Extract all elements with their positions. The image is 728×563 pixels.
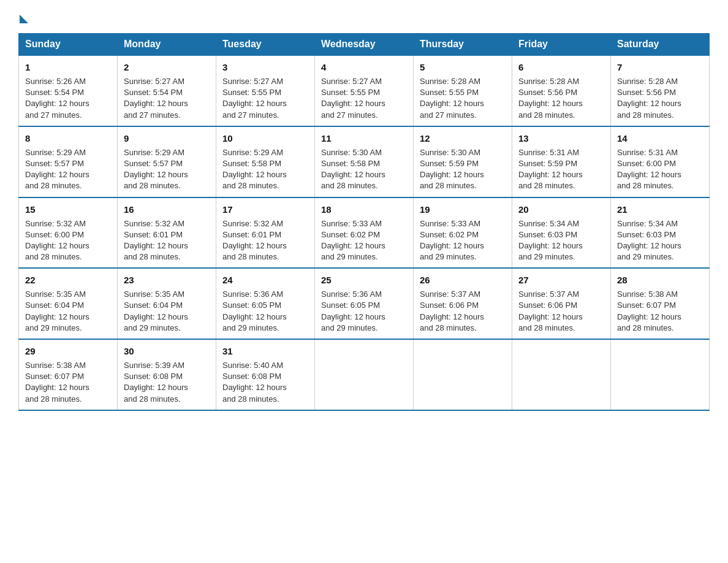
daylight-label: Daylight: 12 hours bbox=[124, 383, 188, 392]
daylight-label: Daylight: 12 hours bbox=[420, 241, 484, 250]
daylight-label: Daylight: 12 hours bbox=[617, 99, 681, 108]
sunrise-label: Sunrise: 5:29 AM bbox=[222, 148, 283, 157]
daylight-minutes: and 28 minutes. bbox=[222, 394, 279, 404]
sunset-label: Sunset: 5:55 PM bbox=[222, 88, 281, 97]
sunset-label: Sunset: 5:59 PM bbox=[420, 159, 479, 168]
daylight-label: Daylight: 12 hours bbox=[321, 312, 385, 321]
daylight-minutes: and 29 minutes. bbox=[222, 323, 279, 332]
daylight-label: Daylight: 12 hours bbox=[617, 312, 681, 321]
calendar-day-cell: 29 Sunrise: 5:38 AM Sunset: 6:07 PM Dayl… bbox=[19, 339, 118, 410]
daylight-minutes: and 27 minutes. bbox=[25, 110, 82, 120]
sunset-label: Sunset: 6:07 PM bbox=[25, 372, 84, 381]
daylight-minutes: and 29 minutes. bbox=[321, 252, 378, 261]
daylight-minutes: and 27 minutes. bbox=[420, 110, 477, 120]
sunrise-label: Sunrise: 5:27 AM bbox=[124, 77, 184, 86]
sunset-label: Sunset: 6:03 PM bbox=[518, 230, 577, 239]
calendar-day-cell bbox=[611, 339, 710, 410]
sunrise-label: Sunrise: 5:28 AM bbox=[420, 77, 480, 86]
calendar-day-cell: 18 Sunrise: 5:33 AM Sunset: 6:02 PM Dayl… bbox=[315, 197, 414, 269]
sunset-label: Sunset: 6:01 PM bbox=[222, 230, 281, 239]
daylight-minutes: and 28 minutes. bbox=[124, 181, 181, 190]
day-number: 21 bbox=[617, 203, 703, 216]
calendar-header-monday: Monday bbox=[118, 34, 216, 56]
sunset-label: Sunset: 5:57 PM bbox=[124, 159, 183, 168]
sunset-label: Sunset: 6:05 PM bbox=[321, 301, 380, 310]
calendar-week-row: 22 Sunrise: 5:35 AM Sunset: 6:04 PM Dayl… bbox=[19, 268, 710, 339]
day-number: 26 bbox=[420, 274, 506, 286]
daylight-label: Daylight: 12 hours bbox=[518, 241, 583, 250]
sunset-label: Sunset: 6:05 PM bbox=[222, 301, 281, 310]
day-number: 27 bbox=[518, 274, 604, 286]
daylight-minutes: and 27 minutes. bbox=[124, 110, 181, 120]
day-number: 12 bbox=[420, 132, 506, 145]
day-number: 24 bbox=[222, 274, 308, 286]
daylight-label: Daylight: 12 hours bbox=[321, 241, 385, 250]
day-number: 7 bbox=[617, 61, 703, 74]
sunset-label: Sunset: 6:08 PM bbox=[124, 372, 183, 381]
sunrise-label: Sunrise: 5:33 AM bbox=[420, 219, 480, 228]
calendar-header-thursday: Thursday bbox=[414, 34, 512, 56]
daylight-label: Daylight: 12 hours bbox=[124, 312, 188, 321]
sunset-label: Sunset: 5:59 PM bbox=[518, 159, 577, 168]
sunset-label: Sunset: 5:58 PM bbox=[222, 159, 281, 168]
daylight-label: Daylight: 12 hours bbox=[25, 312, 89, 321]
day-number: 10 bbox=[222, 132, 308, 145]
calendar-week-row: 29 Sunrise: 5:38 AM Sunset: 6:07 PM Dayl… bbox=[19, 339, 710, 410]
calendar-day-cell: 11 Sunrise: 5:30 AM Sunset: 5:58 PM Dayl… bbox=[315, 126, 414, 197]
calendar-header-saturday: Saturday bbox=[611, 34, 710, 56]
day-number: 13 bbox=[518, 132, 604, 145]
sunset-label: Sunset: 5:56 PM bbox=[518, 88, 577, 97]
sunset-label: Sunset: 6:04 PM bbox=[124, 301, 183, 310]
daylight-minutes: and 28 minutes. bbox=[518, 181, 575, 190]
calendar-week-row: 8 Sunrise: 5:29 AM Sunset: 5:57 PM Dayli… bbox=[19, 126, 710, 197]
sunrise-label: Sunrise: 5:38 AM bbox=[25, 361, 86, 370]
day-number: 1 bbox=[25, 61, 111, 74]
calendar-week-row: 15 Sunrise: 5:32 AM Sunset: 6:00 PM Dayl… bbox=[19, 197, 710, 269]
sunrise-label: Sunrise: 5:38 AM bbox=[617, 289, 678, 299]
sunrise-label: Sunrise: 5:31 AM bbox=[617, 148, 678, 157]
daylight-minutes: and 28 minutes. bbox=[124, 252, 181, 261]
daylight-label: Daylight: 12 hours bbox=[222, 241, 287, 250]
calendar-day-cell: 20 Sunrise: 5:34 AM Sunset: 6:03 PM Dayl… bbox=[512, 197, 611, 269]
day-number: 11 bbox=[321, 132, 407, 145]
daylight-label: Daylight: 12 hours bbox=[25, 241, 89, 250]
sunrise-label: Sunrise: 5:34 AM bbox=[617, 219, 678, 228]
daylight-minutes: and 28 minutes. bbox=[222, 181, 279, 190]
sunset-label: Sunset: 5:55 PM bbox=[321, 88, 380, 97]
calendar-day-cell: 21 Sunrise: 5:34 AM Sunset: 6:03 PM Dayl… bbox=[611, 197, 710, 269]
sunrise-label: Sunrise: 5:35 AM bbox=[124, 289, 184, 299]
daylight-minutes: and 29 minutes. bbox=[518, 252, 575, 261]
sunrise-label: Sunrise: 5:28 AM bbox=[617, 77, 678, 86]
calendar-day-cell: 8 Sunrise: 5:29 AM Sunset: 5:57 PM Dayli… bbox=[19, 126, 118, 197]
daylight-label: Daylight: 12 hours bbox=[617, 170, 681, 179]
calendar-header-friday: Friday bbox=[512, 34, 611, 56]
daylight-minutes: and 28 minutes. bbox=[124, 394, 181, 404]
day-number: 18 bbox=[321, 203, 407, 216]
sunrise-label: Sunrise: 5:26 AM bbox=[25, 77, 86, 86]
daylight-minutes: and 28 minutes. bbox=[617, 110, 674, 120]
calendar-day-cell: 13 Sunrise: 5:31 AM Sunset: 5:59 PM Dayl… bbox=[512, 126, 611, 197]
day-number: 15 bbox=[25, 203, 111, 216]
calendar-day-cell: 28 Sunrise: 5:38 AM Sunset: 6:07 PM Dayl… bbox=[611, 268, 710, 339]
daylight-minutes: and 28 minutes. bbox=[518, 110, 575, 120]
daylight-label: Daylight: 12 hours bbox=[25, 170, 89, 179]
calendar-header-row: SundayMondayTuesdayWednesdayThursdayFrid… bbox=[19, 34, 710, 56]
daylight-minutes: and 28 minutes. bbox=[617, 181, 674, 190]
daylight-minutes: and 29 minutes. bbox=[321, 323, 378, 332]
calendar-day-cell: 22 Sunrise: 5:35 AM Sunset: 6:04 PM Dayl… bbox=[19, 268, 118, 339]
day-number: 19 bbox=[420, 203, 506, 216]
daylight-label: Daylight: 12 hours bbox=[222, 170, 287, 179]
daylight-label: Daylight: 12 hours bbox=[518, 99, 583, 108]
day-number: 31 bbox=[222, 345, 308, 358]
day-number: 17 bbox=[222, 203, 308, 216]
daylight-minutes: and 28 minutes. bbox=[25, 252, 82, 261]
daylight-minutes: and 29 minutes. bbox=[420, 252, 477, 261]
daylight-label: Daylight: 12 hours bbox=[420, 99, 484, 108]
day-number: 29 bbox=[25, 345, 111, 358]
daylight-minutes: and 28 minutes. bbox=[25, 394, 82, 404]
day-number: 25 bbox=[321, 274, 407, 286]
calendar-day-cell: 12 Sunrise: 5:30 AM Sunset: 5:59 PM Dayl… bbox=[414, 126, 512, 197]
sunset-label: Sunset: 6:07 PM bbox=[617, 301, 676, 310]
daylight-label: Daylight: 12 hours bbox=[124, 241, 188, 250]
calendar-day-cell: 10 Sunrise: 5:29 AM Sunset: 5:58 PM Dayl… bbox=[216, 126, 315, 197]
